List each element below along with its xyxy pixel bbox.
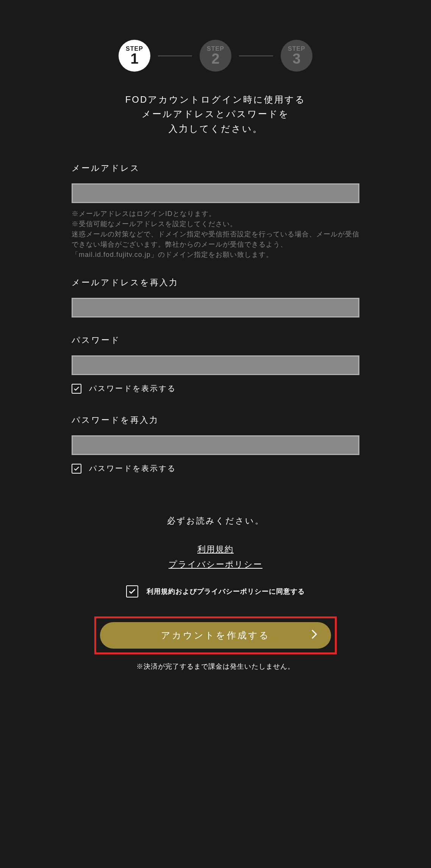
show-password-confirm-label: パスワードを表示する — [89, 463, 176, 474]
instructions: FODアカウントログイン時に使用する メールアドレスとパスワードを 入力してくだ… — [72, 92, 359, 163]
show-password-label: パスワードを表示する — [89, 383, 176, 394]
check-icon — [73, 465, 80, 472]
step-3-number: 3 — [292, 52, 300, 66]
step-2-number: 2 — [211, 52, 219, 66]
check-icon — [128, 587, 136, 596]
privacy-link[interactable]: プライバシーポリシー — [72, 559, 359, 570]
show-password-confirm-checkbox[interactable] — [72, 464, 81, 474]
email-help-3: 迷惑メールの対策などで、ドメイン指定や受信拒否設定を行っている場合、メールが受信… — [72, 229, 359, 260]
agreement-title: 必ずお読みください。 — [72, 515, 359, 527]
submit-highlight-box: アカウントを作成する — [94, 616, 337, 654]
step-1-circle: STEP 1 — [119, 40, 150, 72]
step-1-number: 1 — [130, 52, 138, 66]
email-help-text: ※メールアドレスはログインIDとなります。 ※受信可能なメールアドレスを設定して… — [72, 209, 359, 260]
step-3-circle: STEP 3 — [281, 40, 312, 72]
password-confirm-input[interactable] — [72, 435, 359, 455]
footer-note: ※決済が完了するまで課金は発生いたしません。 — [72, 662, 359, 671]
password-confirm-label: パスワードを再入力 — [72, 414, 359, 426]
password-label: パスワード — [72, 335, 359, 346]
step-2-circle: STEP 2 — [200, 40, 231, 72]
email-help-1: ※メールアドレスはログインIDとなります。 — [72, 209, 359, 219]
instructions-line-2: メールアドレスとパスワードを — [72, 107, 359, 121]
agreement-checkbox[interactable] — [126, 585, 138, 597]
email-help-2: ※受信可能なメールアドレスを設定してください。 — [72, 219, 359, 229]
step-connector-1 — [158, 55, 192, 56]
step-indicator: STEP 1 STEP 2 STEP 3 — [72, 0, 359, 92]
create-account-button[interactable]: アカウントを作成する — [100, 622, 331, 649]
email-input[interactable] — [72, 183, 359, 203]
password-input[interactable] — [72, 355, 359, 375]
chevron-right-icon — [311, 629, 318, 642]
instructions-line-1: FODアカウントログイン時に使用する — [72, 92, 359, 107]
instructions-line-3: 入力してください。 — [72, 122, 359, 136]
agreement-checkbox-label: 利用規約およびプライバシーポリシーに同意する — [147, 587, 305, 596]
email-confirm-label: メールアドレスを再入力 — [72, 277, 359, 288]
email-label: メールアドレス — [72, 163, 359, 174]
terms-link[interactable]: 利用規約 — [72, 544, 359, 555]
submit-button-label: アカウントを作成する — [161, 629, 270, 641]
step-connector-2 — [239, 55, 273, 56]
show-password-checkbox[interactable] — [72, 384, 81, 394]
check-icon — [73, 385, 80, 392]
email-confirm-input[interactable] — [72, 298, 359, 317]
